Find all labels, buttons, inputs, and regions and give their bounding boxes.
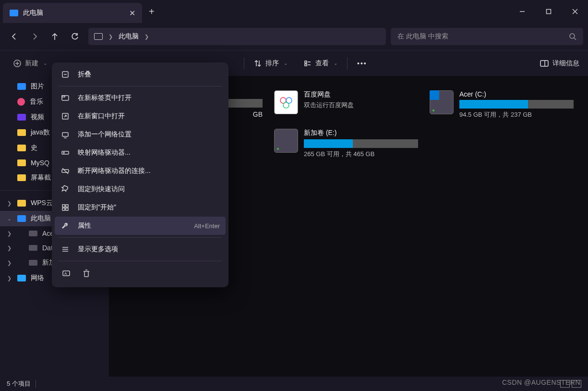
menu-bottom-row: A bbox=[55, 264, 226, 284]
svg-line-6 bbox=[574, 38, 576, 40]
sort-icon bbox=[254, 60, 262, 67]
delete-icon[interactable] bbox=[82, 269, 91, 280]
svg-rect-33 bbox=[66, 205, 68, 207]
sidebar-item-label: java数 bbox=[31, 128, 50, 137]
menu-item-label: 映射网络驱动器... bbox=[78, 148, 131, 157]
chevron-icon[interactable]: ⌄ bbox=[6, 216, 12, 222]
maximize-button[interactable] bbox=[535, 0, 562, 23]
collapse-icon bbox=[60, 70, 70, 79]
svg-rect-34 bbox=[62, 208, 65, 210]
drive-name: Acer (C:) bbox=[459, 90, 574, 98]
sort-button[interactable]: 排序 ⌄ bbox=[249, 56, 292, 71]
drive-capacity-bar bbox=[304, 139, 418, 148]
rename-icon[interactable]: A bbox=[61, 269, 71, 280]
titlebar: 此电脑 ✕ + bbox=[0, 0, 588, 23]
search-icon bbox=[569, 33, 576, 40]
sidebar-item-label: WPS云 bbox=[31, 199, 53, 208]
pin-icon bbox=[60, 185, 70, 194]
netloc-icon bbox=[60, 130, 70, 139]
menu-item[interactable]: 断开网络驱动器的连接... bbox=[55, 162, 226, 180]
folder-icon bbox=[17, 129, 26, 136]
chevron-right-icon: ❯ bbox=[6, 231, 12, 237]
close-button[interactable] bbox=[562, 0, 588, 23]
drive-name: 新加卷 (E:) bbox=[304, 129, 418, 137]
svg-rect-24 bbox=[62, 96, 65, 97]
tab-this-pc[interactable]: 此电脑 ✕ bbox=[3, 3, 142, 23]
search-placeholder: 在 此电脑 中搜索 bbox=[397, 32, 569, 41]
net-icon bbox=[17, 275, 26, 281]
menu-item[interactable]: 添加一个网络位置 bbox=[55, 125, 226, 144]
chevron-right-icon: ❯ bbox=[6, 260, 12, 266]
refresh-button[interactable] bbox=[65, 27, 84, 46]
baidu-icon bbox=[274, 90, 298, 114]
sidebar-item-label: 音乐 bbox=[30, 98, 43, 106]
drive-sub: 双击运行百度网盘 bbox=[304, 101, 418, 110]
disk-icon bbox=[430, 90, 454, 114]
video-icon bbox=[17, 114, 26, 121]
close-tab-icon[interactable]: ✕ bbox=[129, 9, 135, 18]
menu-item[interactable]: 显示更多选项 bbox=[55, 240, 226, 258]
sidebar-item-label: MySQ bbox=[31, 159, 49, 167]
sidebar-item-label: 此电脑 bbox=[31, 214, 51, 223]
wrench-icon bbox=[60, 221, 70, 230]
menu-item-label: 属性 bbox=[78, 221, 91, 230]
disk-icon bbox=[29, 231, 37, 236]
up-button[interactable] bbox=[45, 27, 64, 46]
pc-icon bbox=[94, 33, 103, 40]
drive-baidu[interactable]: 百度网盘 双击运行百度网盘 bbox=[274, 90, 418, 119]
ellipsis-icon: ••• bbox=[357, 60, 367, 67]
window-controls bbox=[509, 0, 588, 23]
drive-info: 265 GB 可用，共 465 GB bbox=[304, 150, 418, 159]
mapnet-icon bbox=[60, 148, 70, 157]
new-tab-button[interactable]: + bbox=[142, 0, 161, 23]
back-button[interactable] bbox=[5, 27, 24, 46]
statusbar: 5 个项目 bbox=[0, 377, 588, 391]
search-input[interactable]: 在 此电脑 中搜索 bbox=[391, 28, 583, 45]
separator bbox=[347, 57, 348, 70]
menu-item[interactable]: 折叠 bbox=[55, 65, 226, 84]
menu-shortcut: Alt+Enter bbox=[194, 222, 220, 230]
pc-icon bbox=[17, 215, 26, 222]
menu-item[interactable]: 在新窗口中打开 bbox=[55, 107, 226, 125]
menu-item[interactable]: 在新标签页中打开 bbox=[55, 89, 226, 107]
details-icon bbox=[540, 60, 549, 67]
menu-item[interactable]: 属性Alt+Enter bbox=[55, 217, 226, 235]
breadcrumb-location[interactable]: 此电脑 bbox=[119, 32, 139, 41]
more-button[interactable]: ••• bbox=[352, 57, 372, 70]
sidebar-item-label: 视频 bbox=[31, 113, 44, 122]
address-bar[interactable]: ❯ 此电脑 ❯ bbox=[88, 28, 386, 45]
forward-button[interactable] bbox=[25, 27, 44, 46]
view-button[interactable]: 查看 ⌄ bbox=[299, 56, 342, 71]
chevron-down-icon: ⌄ bbox=[334, 61, 337, 66]
details-button[interactable]: 详细信息 bbox=[540, 59, 579, 68]
drive-acer-c[interactable]: Acer (C:) 94.5 GB 可用，共 237 GB bbox=[430, 90, 574, 119]
item-count: 5 个项目 bbox=[7, 379, 31, 388]
disk-icon bbox=[29, 260, 37, 266]
minimize-button[interactable] bbox=[509, 0, 535, 23]
image-icon bbox=[17, 83, 26, 90]
menu-item[interactable]: 映射网络驱动器... bbox=[55, 144, 226, 162]
menu-separator bbox=[59, 86, 222, 86]
view-icon bbox=[304, 60, 312, 67]
view-label: 查看 bbox=[315, 59, 329, 68]
chevron-icon[interactable]: ❯ bbox=[6, 275, 12, 281]
drive-e[interactable]: 新加卷 (E:) 265 GB 可用，共 465 GB bbox=[274, 129, 418, 159]
tab-title: 此电脑 bbox=[23, 9, 124, 17]
sidebar-item-label: 史 bbox=[31, 144, 37, 152]
new-button[interactable]: 新建 ⌄ bbox=[9, 56, 52, 71]
sidebar-item-label: 图片 bbox=[31, 82, 44, 91]
menu-item[interactable]: 固定到"开始" bbox=[55, 198, 226, 217]
pc-icon bbox=[10, 10, 18, 16]
sort-label: 排序 bbox=[265, 59, 279, 68]
svg-rect-12 bbox=[305, 61, 307, 63]
new-label: 新建 bbox=[25, 59, 38, 68]
menu-item-label: 折叠 bbox=[78, 70, 91, 79]
menu-item[interactable]: 固定到快速访问 bbox=[55, 180, 226, 198]
context-menu: 折叠在新标签页中打开在新窗口中打开添加一个网络位置映射网络驱动器...断开网络驱… bbox=[52, 62, 228, 287]
sidebar-item-label: 屏幕截 bbox=[31, 173, 51, 182]
menu-item-label: 固定到快速访问 bbox=[78, 185, 125, 194]
pinstart-icon bbox=[60, 203, 70, 212]
menu-separator bbox=[59, 261, 222, 261]
chevron-icon[interactable]: ❯ bbox=[6, 200, 12, 207]
disconnect-icon bbox=[60, 167, 70, 175]
